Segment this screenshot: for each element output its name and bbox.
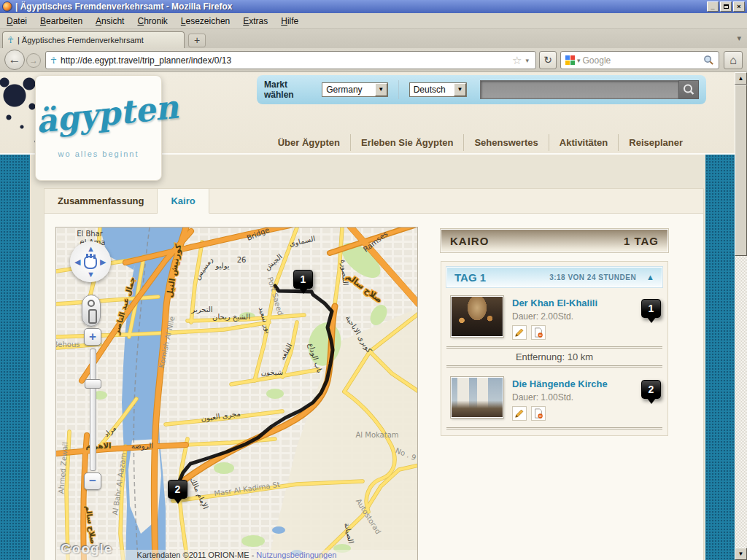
stop-photo[interactable] <box>451 377 503 418</box>
street-view-pegman[interactable] <box>82 295 101 327</box>
stop-row-kirche: Die Hängende Kirche Dauer: 1.00Std. <box>446 368 662 427</box>
distance-row: Entfernung: 10 km <box>446 349 662 365</box>
stop-duration: Dauer: 1.00Std. <box>512 392 608 402</box>
zoom-out-button[interactable]: − <box>84 472 101 490</box>
terms-link[interactable]: Nutzungsbedingungen <box>256 551 336 559</box>
browser-scrollbar[interactable]: ▲ ▼ <box>735 72 747 560</box>
url-favicon-icon: ☥ <box>50 55 57 66</box>
remove-button[interactable] <box>531 325 546 340</box>
topbar-divider <box>398 80 399 99</box>
nav-sehenswertes[interactable]: Sehenswertes <box>463 134 548 151</box>
trip-planner-panel: Zusammenfassung Kairo <box>44 188 704 560</box>
pegman-icon <box>88 300 95 307</box>
zoom-slider-thumb[interactable] <box>85 379 101 389</box>
tab-title: | Ägyptisches Fremdenverkehrsamt <box>18 36 144 44</box>
map-pan-control[interactable]: ▲ ▼ ◀ ▶ <box>70 241 111 282</box>
url-bar[interactable]: ☥ http://de.egypt.travel/trip_planner/in… <box>45 51 536 69</box>
day-time-used: 3:18 VON 24 STUNDEN <box>549 273 636 281</box>
city-header-bar: KAIRO 1 TAG <box>441 229 668 252</box>
stop-marker-badge: 2 <box>641 380 661 399</box>
trip-tabs: Zusammenfassung Kairo <box>44 189 703 214</box>
stop-duration: Dauer: 2.00Std. <box>512 311 597 322</box>
market-select-dropdown-icon[interactable]: ▼ <box>375 83 387 96</box>
pencil-icon <box>514 327 525 338</box>
site-search-input[interactable] <box>480 80 678 99</box>
navigation-toolbar: ← → ☥ http://de.egypt.travel/trip_planne… <box>0 48 747 72</box>
bookmark-star-icon[interactable]: ☆ <box>512 54 522 67</box>
nav-ueber-aegypten[interactable]: Über Ägypten <box>268 134 350 151</box>
menu-lesezeichen[interactable]: Lesezeichen <box>174 15 236 28</box>
tab-zusammenfassung[interactable]: Zusammenfassung <box>44 189 158 214</box>
search-magnifier-icon[interactable] <box>703 55 714 66</box>
right-decor-stripe <box>705 155 735 560</box>
pan-down-icon[interactable]: ▼ <box>87 271 95 279</box>
zoom-slider-track[interactable] <box>90 349 96 471</box>
language-select-value: Deutsch <box>414 85 446 95</box>
nav-reiseplaner[interactable]: Reiseplaner <box>618 134 693 151</box>
pan-up-icon[interactable]: ▲ <box>87 245 95 253</box>
google-search-engine-icon[interactable] <box>565 55 575 65</box>
map-marker-1[interactable]: 1 <box>293 270 313 289</box>
tab-kairo[interactable]: Kairo <box>158 189 209 214</box>
page-minus-icon <box>533 408 543 419</box>
window-titlebar: | Ägyptisches Fremdenverkehrsamt - Mozil… <box>0 0 747 13</box>
scrollbar-thumb[interactable] <box>735 85 747 256</box>
nav-erleben-sie-aegypten[interactable]: Erleben Sie Ägypten <box>350 134 463 151</box>
home-button[interactable]: ⌂ <box>724 51 743 69</box>
pan-hand-icon[interactable] <box>84 256 97 269</box>
collapse-arrow-icon[interactable]: ▲ <box>646 273 654 281</box>
language-select[interactable]: Deutsch ▼ <box>409 82 467 97</box>
url-dropdown-caret-icon[interactable]: ▾ <box>525 57 529 64</box>
browser-search-box[interactable]: ▾ Google <box>560 51 719 69</box>
url-text[interactable]: http://de.egypt.travel/trip_planner/inde… <box>61 55 511 66</box>
close-button[interactable]: × <box>733 1 745 12</box>
site-search-button[interactable] <box>678 80 699 99</box>
stop-title[interactable]: Der Khan El-Khalili <box>512 298 597 308</box>
remove-button[interactable] <box>531 406 546 421</box>
back-button[interactable]: ← <box>4 50 25 70</box>
stop-title[interactable]: Die Hängende Kirche <box>512 378 608 389</box>
edit-button[interactable] <box>512 325 527 340</box>
menu-hilfe[interactable]: Hilfe <box>274 15 305 28</box>
day-header-bar[interactable]: TAG 1 3:18 VON 24 STUNDEN ▲ <box>446 267 662 287</box>
scroll-down-button[interactable]: ▼ <box>735 548 747 560</box>
scroll-up-button[interactable]: ▲ <box>735 72 747 85</box>
tab-bar: ☥ | Ägyptisches Fremdenverkehrsamt + ▾ <box>0 29 747 48</box>
pan-right-icon[interactable]: ▶ <box>100 258 106 266</box>
minimize-button[interactable]: _ <box>707 1 719 12</box>
search-engine-caret-icon[interactable]: ▾ <box>577 57 581 64</box>
tab-list-caret-icon[interactable]: ▾ <box>737 34 741 43</box>
edit-button[interactable] <box>512 406 527 421</box>
site-logo[interactable]: ägypten wo alles beginnt <box>35 75 162 181</box>
menu-ansicht[interactable]: Ansicht <box>89 15 131 28</box>
pencil-icon <box>514 408 525 419</box>
restore-icon <box>724 4 729 9</box>
day-title: TAG 1 <box>454 271 486 284</box>
pan-left-icon[interactable]: ◀ <box>74 258 80 266</box>
site-topbar: Markt wählen Germany ▼ Deutsch ▼ <box>257 75 706 104</box>
site-search-magnifier-icon <box>682 83 695 96</box>
firefox-icon <box>2 1 12 12</box>
nav-aktivitaeten[interactable]: Aktivitäten <box>549 134 618 151</box>
menu-datei[interactable]: Datei <box>0 15 34 28</box>
new-tab-button[interactable]: + <box>188 34 206 47</box>
map-marker-2[interactable]: 2 <box>168 480 187 499</box>
language-select-dropdown-icon[interactable]: ▼ <box>454 83 466 96</box>
reload-button[interactable]: ↻ <box>539 51 557 69</box>
day-panel: TAG 1 3:18 VON 24 STUNDEN ▲ Der Khan El-… <box>441 261 668 436</box>
itinerary-sidebar: KAIRO 1 TAG TAG 1 3:18 VON 24 STUNDEN ▲ … <box>441 229 668 436</box>
market-label: Markt wählen <box>264 79 316 100</box>
stop-photo[interactable] <box>451 296 503 337</box>
menu-chronik[interactable]: Chronik <box>131 15 174 28</box>
stop-row-khan: Der Khan El-Khalili Dauer: 2.00Std. <box>446 287 662 346</box>
zoom-in-button[interactable]: + <box>84 328 101 346</box>
attribution-text: Kartendaten ©2011 ORION-ME - <box>137 551 257 559</box>
market-select[interactable]: Germany ▼ <box>322 82 387 97</box>
menu-extras[interactable]: Extras <box>236 15 274 28</box>
menu-bearbeiten[interactable]: Bearbeiten <box>34 15 89 28</box>
window-title: | Ägyptisches Fremdenverkehrsamt - Mozil… <box>15 1 705 12</box>
restore-button[interactable] <box>720 1 732 12</box>
browser-tab[interactable]: ☥ | Ägyptisches Fremdenverkehrsamt <box>2 31 185 48</box>
route-map[interactable]: El Bharel AmaBridgeRamsesرمسيسيوليو26الج… <box>55 227 418 560</box>
forward-button[interactable]: → <box>26 53 41 68</box>
